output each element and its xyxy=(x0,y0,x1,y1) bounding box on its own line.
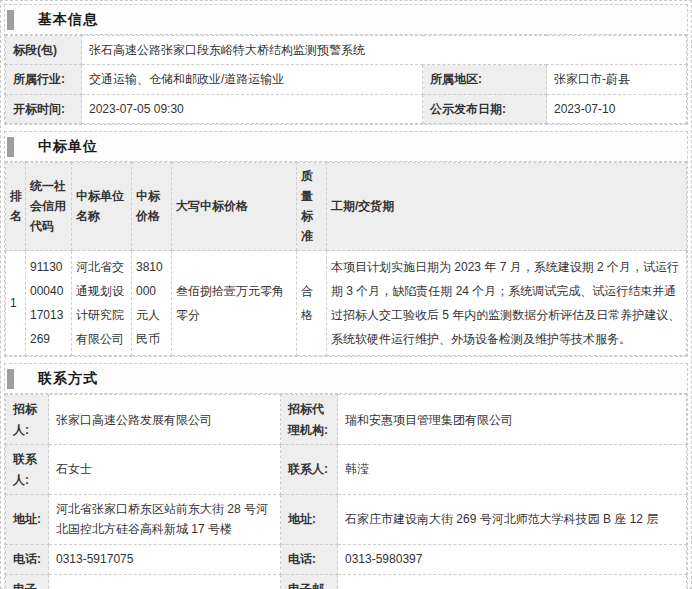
basic-info-table: 标段(包) 张石高速公路张家口段东峪特大桥结构监测预警系统 所属行业: 交通运输… xyxy=(5,35,687,124)
email-right-label: 电子邮箱: xyxy=(281,574,338,589)
tenderer-value: 张家口高速公路发展有限公司 xyxy=(49,395,281,445)
section-title-contact-info: 联系方式 xyxy=(38,370,98,388)
industry-label: 所属行业: xyxy=(6,65,82,94)
announcement-page: 基本信息 标段(包) 张石高速公路张家口段东峪特大桥结构监测预警系统 所属行业:… xyxy=(0,0,692,589)
basic-row-bid-section: 标段(包) 张石高速公路张家口段东峪特大桥结构监测预警系统 xyxy=(6,36,687,65)
publish-date-label: 公示发布日期: xyxy=(423,94,547,123)
winning-bidder-table: 排名 统一社会信用代码 中标单位名称 中标价格 大写中标价格 质量标准 工期/交… xyxy=(5,162,687,356)
phone-right-label: 电话: xyxy=(281,544,338,574)
col-header-rank: 排名 xyxy=(6,163,26,251)
phone-left-value: 0313-5917075 xyxy=(49,544,281,574)
contact-person-right-label: 联系人: xyxy=(281,445,338,495)
phone-right-value: 0313-5980397 xyxy=(338,544,687,574)
col-header-credit-code: 统一社会信用代码 xyxy=(26,163,72,251)
open-time-label: 开标时间: xyxy=(6,94,82,123)
address-left-label: 地址: xyxy=(6,494,49,544)
email-right-value: 289722701@qq.com xyxy=(338,574,687,589)
cell-duration: 本项目计划实施日期为 2023 年 7 月，系统建设期 2 个月，试运行期 3 … xyxy=(327,251,687,356)
phone-left-label: 电话: xyxy=(6,544,49,574)
contact-person-left-label: 联系人: xyxy=(6,445,49,495)
email-left-label: 电子邮箱: xyxy=(6,574,49,589)
open-time-value: 2023-07-05 09:30 xyxy=(82,94,423,123)
cell-quality: 合格 xyxy=(297,251,327,356)
basic-row-dates: 开标时间: 2023-07-05 09:30 公示发布日期: 2023-07-1… xyxy=(6,94,687,123)
section-marker xyxy=(7,137,14,157)
section-winning-bidder: 中标单位 排名 统一社会信用代码 中标单位名称 中标价格 大写中标价格 质量标准… xyxy=(4,131,688,357)
cell-rank: 1 xyxy=(6,251,26,356)
contact-row-address: 地址: 河北省张家口桥东区站前东大街 28 号河北国控北方硅谷高科新城 17 号… xyxy=(6,494,687,544)
region-label: 所属地区: xyxy=(423,65,547,94)
contact-row-tenderer: 招标人: 张家口高速公路发展有限公司 招标代理机构: 瑞和安惠项目管理集团有限公… xyxy=(6,395,687,445)
col-header-company: 中标单位名称 xyxy=(72,163,132,251)
agency-label: 招标代理机构: xyxy=(281,395,338,445)
section-marker xyxy=(7,10,14,30)
contact-row-email: 电子邮箱: / 电子邮箱: 289722701@qq.com xyxy=(6,574,687,589)
section-basic-info-header: 基本信息 xyxy=(5,5,687,35)
contact-person-right-value: 韩滢 xyxy=(338,445,687,495)
bid-section-label: 标段(包) xyxy=(6,36,82,65)
bid-section-value: 张石高速公路张家口段东峪特大桥结构监测预警系统 xyxy=(82,36,687,65)
winner-table-data-row: 1 911300004017013269 河北省交通规划设计研究院有限公司 38… xyxy=(6,251,687,356)
contact-row-phone: 电话: 0313-5917075 电话: 0313-5980397 xyxy=(6,544,687,574)
cell-price: 3810000 元人民币 xyxy=(132,251,172,356)
section-marker xyxy=(7,369,14,389)
address-right-label: 地址: xyxy=(281,494,338,544)
tenderer-label: 招标人: xyxy=(6,395,49,445)
contact-row-person: 联系人: 石女士 联系人: 韩滢 xyxy=(6,445,687,495)
section-basic-info: 基本信息 标段(包) 张石高速公路张家口段东峪特大桥结构监测预警系统 所属行业:… xyxy=(4,4,688,125)
contact-person-left-value: 石女士 xyxy=(49,445,281,495)
region-value: 张家口市-蔚县 xyxy=(547,65,687,94)
cell-price-caps: 叁佰捌拾壹万元零角零分 xyxy=(172,251,297,356)
basic-row-industry-region: 所属行业: 交通运输、仓储和邮政业/道路运输业 所属地区: 张家口市-蔚县 xyxy=(6,65,687,94)
col-header-price-caps: 大写中标价格 xyxy=(172,163,297,251)
address-right-value: 石家庄市建设南大街 269 号河北师范大学科技园 B 座 12 层 xyxy=(338,494,687,544)
winner-table-header-row: 排名 统一社会信用代码 中标单位名称 中标价格 大写中标价格 质量标准 工期/交… xyxy=(6,163,687,251)
col-header-quality: 质量标准 xyxy=(297,163,327,251)
col-header-price: 中标价格 xyxy=(132,163,172,251)
section-title-winning-bidder: 中标单位 xyxy=(38,138,98,156)
agency-value: 瑞和安惠项目管理集团有限公司 xyxy=(338,395,687,445)
section-winning-bidder-header: 中标单位 xyxy=(5,132,687,162)
section-contact-info: 联系方式 招标人: 张家口高速公路发展有限公司 招标代理机构: 瑞和安惠项目管理… xyxy=(4,363,688,589)
publish-date-value: 2023-07-10 xyxy=(547,94,687,123)
cell-company: 河北省交通规划设计研究院有限公司 xyxy=(72,251,132,356)
col-header-duration: 工期/交货期 xyxy=(327,163,687,251)
section-contact-info-header: 联系方式 xyxy=(5,364,687,394)
section-title-basic-info: 基本信息 xyxy=(38,11,98,29)
email-left-value: / xyxy=(49,574,281,589)
address-left-value: 河北省张家口桥东区站前东大街 28 号河北国控北方硅谷高科新城 17 号楼 xyxy=(49,494,281,544)
contact-info-table: 招标人: 张家口高速公路发展有限公司 招标代理机构: 瑞和安惠项目管理集团有限公… xyxy=(5,394,687,589)
industry-value: 交通运输、仓储和邮政业/道路运输业 xyxy=(82,65,423,94)
cell-credit-code: 911300004017013269 xyxy=(26,251,72,356)
